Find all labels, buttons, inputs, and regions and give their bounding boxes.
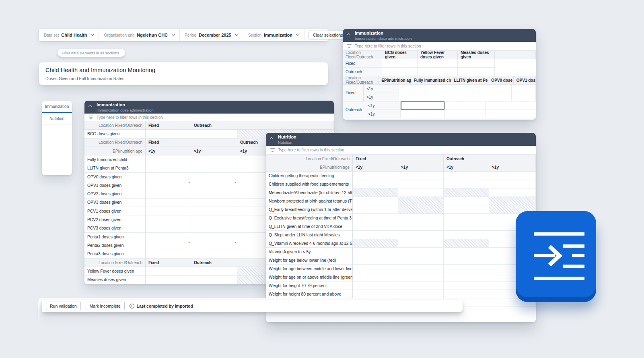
data-input-cell[interactable] [444,172,489,180]
data-input-cell[interactable] [418,68,458,76]
data-input-cell[interactable] [458,59,495,68]
section-selector[interactable]: SectionImmunization [243,29,305,41]
data-input-cell[interactable] [458,68,495,76]
data-input-cell[interactable] [398,239,444,248]
data-input-cell[interactable] [353,265,398,273]
data-input-cell[interactable] [398,180,444,188]
data-input-cell[interactable] [401,110,445,118]
data-input-cell[interactable] [353,214,398,222]
data-input-cell[interactable] [146,155,191,164]
data-input-cell[interactable] [444,222,489,231]
data-input-cell[interactable] [353,172,398,180]
section-header-immunization[interactable]: Immunization Immunization dose administr… [84,101,334,114]
data-input-cell[interactable] [513,110,536,118]
data-input-cell[interactable] [398,231,444,239]
sidebar-item-immunization[interactable]: Immunization [42,101,72,112]
section-header-immunization-floating[interactable]: Immunization Immunization dose administr… [343,29,536,42]
data-input-cell[interactable] [191,224,237,233]
data-input-cell[interactable] [445,101,486,110]
dataset-selector[interactable]: Data setChild Health [39,29,99,41]
period-selector[interactable]: PeriodDecember 2025 [180,29,243,41]
data-input-cell[interactable]: * [146,181,191,190]
data-input-cell[interactable] [191,130,237,138]
data-input-cell[interactable] [486,101,513,110]
data-input-cell[interactable] [191,215,237,224]
data-input-cell[interactable] [191,250,237,259]
data-input-cell[interactable] [146,173,191,181]
data-input-cell[interactable] [191,164,237,173]
data-input-cell[interactable] [444,265,489,273]
sidebar-item-nutrition[interactable]: Nutrition [42,113,72,124]
data-input-cell[interactable] [146,130,191,138]
data-input-cell[interactable] [353,180,398,188]
data-input-cell[interactable] [146,207,191,215]
data-input-cell[interactable] [191,190,237,199]
data-input-cell[interactable] [353,256,398,265]
data-input-cell[interactable] [398,256,444,265]
data-input-cell[interactable] [512,85,536,93]
data-input-cell[interactable] [444,205,489,214]
data-input-cell[interactable] [398,273,444,281]
data-input-cell[interactable] [191,207,237,215]
data-input-cell[interactable] [444,273,489,281]
data-input-cell[interactable] [191,155,237,164]
data-input-cell[interactable] [191,267,237,275]
data-input-cell[interactable] [444,231,489,239]
data-input-cell[interactable] [512,93,536,101]
data-input-cell[interactable] [489,188,536,197]
data-input-cell[interactable] [353,231,398,239]
global-filter-input[interactable]: Filter data elements in all sections [58,49,125,57]
data-input-cell[interactable] [146,215,191,224]
data-input-cell[interactable] [444,197,489,205]
data-input-cell[interactable] [146,224,191,233]
data-input-cell[interactable] [418,59,458,68]
row-filter-input[interactable]: Type here to filter rows in this section [84,114,334,121]
focused-data-input-cell[interactable] [401,101,445,110]
data-input-cell[interactable] [484,93,512,101]
data-input-cell[interactable] [146,164,191,173]
row-filter-input[interactable]: Type here to filter rows in this section [266,146,536,155]
data-input-cell[interactable] [398,222,444,231]
data-input-cell[interactable] [398,248,444,256]
data-input-cell[interactable] [398,281,444,290]
data-input-cell[interactable] [353,248,398,256]
data-input-cell[interactable] [398,214,444,222]
data-input-cell[interactable] [382,59,418,68]
data-input-cell[interactable] [444,256,489,265]
data-input-cell[interactable] [191,199,237,207]
data-input-cell[interactable] [484,85,512,93]
data-input-cell[interactable] [398,265,444,273]
data-input-cell[interactable] [146,267,191,275]
data-input-cell[interactable] [444,248,489,256]
data-input-cell[interactable] [399,85,443,93]
data-input-cell[interactable]: * [191,181,237,190]
run-validation-button[interactable]: Run validation [46,302,81,310]
data-input-cell[interactable] [486,110,513,118]
data-input-cell[interactable] [353,222,398,231]
data-input-cell[interactable] [443,93,484,101]
data-input-cell[interactable] [146,199,191,207]
data-input-cell[interactable] [399,93,443,101]
data-input-cell[interactable] [445,110,486,118]
data-input-cell[interactable] [146,276,191,284]
data-input-cell[interactable] [444,281,489,290]
data-input-cell[interactable] [513,101,536,110]
data-input-cell[interactable] [353,281,398,290]
section-header-nutrition[interactable]: Nutrition Nutrition [266,133,536,146]
data-input-cell[interactable]: * [191,241,237,250]
data-input-cell[interactable] [489,180,536,188]
data-input-cell[interactable] [444,214,489,222]
data-input-cell[interactable] [398,290,444,298]
orgunit-selector[interactable]: Organisation unitNgelehun CHC [99,29,180,41]
data-input-cell[interactable] [444,290,489,298]
data-input-cell[interactable] [353,290,398,298]
data-input-cell[interactable]: * [146,241,191,250]
data-input-cell[interactable] [146,233,191,241]
data-input-cell[interactable] [191,233,237,241]
data-input-cell[interactable] [191,276,237,284]
data-input-cell[interactable] [353,205,398,214]
data-input-cell[interactable] [444,180,489,188]
data-input-cell[interactable] [191,173,237,181]
data-input-cell[interactable] [382,68,418,76]
clear-selections-button[interactable]: Clear selections [309,31,348,39]
